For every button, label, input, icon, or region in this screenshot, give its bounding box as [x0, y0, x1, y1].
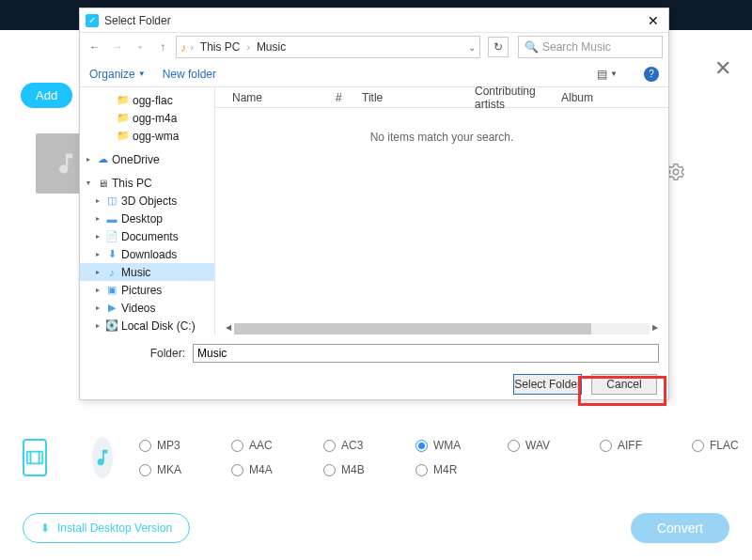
dialog-close-icon[interactable]: ✕	[644, 13, 663, 28]
address-bar[interactable]: ♪ › This PC › Music ⌄	[176, 36, 480, 58]
cancel-button[interactable]: Cancel	[591, 374, 657, 395]
format-aac[interactable]: AAC	[231, 439, 288, 452]
chevron-down-icon[interactable]: ⌄	[468, 42, 476, 53]
format-wav[interactable]: WAV	[508, 439, 564, 452]
column-contrib[interactable]: Contributing artists	[469, 85, 556, 111]
tree-item[interactable]: ▸◫3D Objects	[80, 192, 214, 210]
expand-icon[interactable]: ▸	[84, 155, 93, 163]
organize-menu[interactable]: Organize▼	[89, 68, 146, 81]
format-label: M4B	[341, 463, 365, 476]
view-options-button[interactable]: ▤▼	[597, 68, 618, 81]
video-icon: ▶	[105, 302, 118, 314]
tree-item-thispc[interactable]: ▾🖥This PC	[80, 174, 214, 192]
column-number[interactable]: #	[330, 91, 356, 104]
picture-icon: ▣	[105, 284, 118, 296]
folder-icon: 📁	[117, 94, 130, 106]
folder-tree[interactable]: 📁ogg-flac 📁ogg-m4a 📁ogg-wma ▸☁OneDrive ▾…	[80, 87, 215, 335]
cloud-icon: ☁	[96, 153, 109, 165]
format-aiff[interactable]: AIFF	[600, 439, 656, 452]
disk-icon: 💽	[105, 319, 118, 332]
tree-item[interactable]: ▸▣Pictures	[80, 281, 214, 299]
scroll-track[interactable]	[234, 323, 650, 334]
folder-icon: 📁	[117, 112, 130, 124]
recent-dropdown-icon[interactable]: ▾	[131, 38, 149, 56]
svg-point-0	[673, 169, 679, 175]
breadcrumb[interactable]: Music	[254, 40, 289, 54]
tree-item-onedrive[interactable]: ▸☁OneDrive	[80, 150, 214, 168]
format-ac3[interactable]: AC3	[323, 439, 380, 452]
expand-icon[interactable]: ▸	[93, 268, 102, 276]
format-label: AIFF	[618, 439, 642, 452]
tree-item[interactable]: 📁ogg-m4a	[80, 109, 214, 127]
scroll-left-icon[interactable]: ◀	[223, 323, 234, 334]
format-m4a[interactable]: M4A	[231, 463, 288, 476]
format-label: AAC	[249, 439, 273, 452]
install-desktop-button[interactable]: ⬇ Install Desktop Version	[23, 513, 190, 543]
help-icon[interactable]: ?	[644, 67, 659, 82]
folder-input-row: Folder:	[80, 341, 668, 366]
format-label: WAV	[525, 439, 550, 452]
format-mp3[interactable]: MP3	[139, 439, 196, 452]
tree-item[interactable]: ▸▬Desktop	[80, 210, 214, 227]
radio-icon	[600, 440, 612, 452]
breadcrumb[interactable]: This PC	[197, 40, 243, 54]
radio-icon	[415, 440, 428, 452]
format-grid: MP3AACAC3WMAWAVAIFFFLAC MKAM4AM4BM4R	[139, 439, 748, 476]
format-m4r[interactable]: M4R	[415, 463, 472, 476]
convert-button[interactable]: Convert	[631, 513, 729, 543]
radio-icon	[231, 464, 243, 476]
search-input[interactable]: 🔍 Search Music	[518, 36, 663, 58]
tree-item[interactable]: ▸📄Documents	[80, 227, 214, 245]
column-name[interactable]: Name	[227, 91, 330, 104]
tree-item[interactable]: 📁ogg-wma	[80, 127, 214, 145]
folder-input[interactable]	[193, 344, 659, 363]
select-folder-button[interactable]: Select Folder	[513, 374, 582, 395]
download-icon: ⬇	[105, 248, 118, 260]
refresh-icon[interactable]: ↻	[488, 37, 509, 57]
radio-icon	[415, 464, 428, 476]
app-icon: ✓	[86, 14, 99, 27]
chevron-down-icon: ▼	[138, 70, 146, 78]
format-mka[interactable]: MKA	[139, 463, 196, 476]
format-label: M4A	[249, 463, 273, 476]
scroll-thumb[interactable]	[234, 323, 591, 334]
add-button[interactable]: Add	[21, 83, 72, 108]
dialog-titlebar: ✓ Select Folder ✕	[80, 8, 668, 33]
format-flac[interactable]: FLAC	[692, 439, 748, 452]
horizontal-scrollbar[interactable]: ◀ ▶	[223, 322, 661, 335]
folder-icon: 📁	[117, 130, 130, 142]
collapse-icon[interactable]: ▾	[84, 179, 93, 187]
video-format-icon[interactable]	[23, 439, 47, 476]
expand-icon[interactable]: ▸	[93, 214, 102, 223]
svg-rect-1	[27, 452, 43, 464]
expand-icon[interactable]: ▸	[93, 303, 102, 312]
back-icon[interactable]: ←	[86, 38, 104, 56]
bottom-bar: ⬇ Install Desktop Version Convert	[23, 513, 729, 543]
tree-item-music[interactable]: ▸♪Music	[80, 263, 214, 281]
audio-format-icon[interactable]	[92, 437, 113, 478]
tree-item[interactable]: ▸▶Videos	[80, 299, 214, 317]
dialog-buttons: Select Folder Cancel	[80, 366, 668, 403]
format-label: M4R	[433, 463, 457, 476]
column-headers[interactable]: Name # Title Contributing artists Album	[215, 87, 668, 108]
scroll-right-icon[interactable]: ▶	[650, 323, 661, 334]
new-folder-button[interactable]: New folder	[163, 68, 216, 81]
format-label: MKA	[157, 463, 181, 476]
format-label: WMA	[433, 439, 461, 452]
up-icon[interactable]: ↑	[153, 38, 172, 56]
expand-icon[interactable]: ▸	[93, 196, 102, 205]
tree-item[interactable]: ▸💽Local Disk (C:)	[80, 317, 214, 334]
tree-item[interactable]: 📁ogg-flac	[80, 91, 214, 109]
view-icon: ▤	[597, 68, 607, 81]
tree-item[interactable]: ▸⬇Downloads	[80, 245, 214, 263]
expand-icon[interactable]: ▸	[93, 250, 102, 258]
close-icon[interactable]: ✕	[714, 56, 731, 81]
expand-icon[interactable]: ▸	[93, 286, 102, 294]
expand-icon[interactable]: ▸	[93, 321, 102, 330]
expand-icon[interactable]: ▸	[93, 232, 102, 241]
column-album[interactable]: Album	[556, 91, 612, 104]
format-label: FLAC	[710, 439, 739, 452]
format-wma[interactable]: WMA	[415, 439, 472, 452]
column-title[interactable]: Title	[356, 91, 469, 104]
format-m4b[interactable]: M4B	[323, 463, 380, 476]
